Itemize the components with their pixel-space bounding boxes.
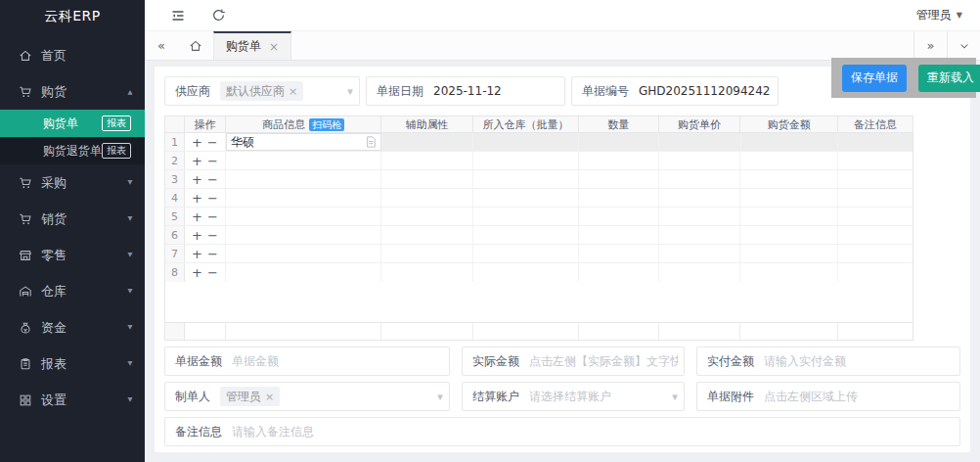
grid-cell[interactable] xyxy=(659,133,741,151)
grid-cell[interactable] xyxy=(473,189,579,207)
grid-cell[interactable] xyxy=(226,226,382,244)
actual-amount-input[interactable] xyxy=(529,354,678,368)
tabs-menu-chevron-icon[interactable] xyxy=(947,31,980,60)
grid-cell[interactable] xyxy=(838,189,913,207)
grid-cell[interactable] xyxy=(740,189,838,207)
grid-cell[interactable] xyxy=(741,133,839,151)
remove-row-button[interactable]: − xyxy=(207,192,218,205)
refresh-icon[interactable] xyxy=(211,8,227,23)
grid-cell[interactable] xyxy=(740,170,838,188)
grid-cell[interactable] xyxy=(226,208,382,225)
grid-cell[interactable] xyxy=(659,245,741,262)
remove-row-button[interactable]: − xyxy=(207,229,218,242)
grid-cell[interactable] xyxy=(381,189,473,207)
sidebar-item-reports[interactable]: 报表 ▼ xyxy=(0,346,145,382)
document-date-field[interactable]: 单据日期 xyxy=(366,76,565,106)
grid-cell[interactable] xyxy=(473,245,579,262)
save-document-button[interactable]: 保存单据 xyxy=(842,65,907,92)
grid-cell[interactable] xyxy=(579,263,659,282)
scan-gun-badge[interactable]: 扫码枪 xyxy=(309,118,344,131)
sidebar-item-purchase-goods[interactable]: 购货 ▲ xyxy=(0,73,145,110)
grid-cell[interactable] xyxy=(473,152,579,169)
creator-select[interactable]: 制单人 管理员 × ▼ xyxy=(164,382,450,411)
add-row-button[interactable]: + xyxy=(192,266,202,279)
add-row-button[interactable]: + xyxy=(192,136,202,149)
settlement-account-select[interactable]: 结算账户 请选择结算账户 ▼ xyxy=(462,382,685,411)
grid-cell[interactable] xyxy=(838,226,913,244)
grid-cell[interactable] xyxy=(838,133,913,151)
grid-cell[interactable] xyxy=(579,245,659,262)
grid-cell[interactable] xyxy=(579,189,659,207)
tag-close-icon[interactable]: × xyxy=(265,391,274,403)
remove-row-button[interactable]: − xyxy=(207,210,218,223)
sidebar-item-purchase-return-order[interactable]: 购货退货单 报表 xyxy=(0,137,145,164)
remove-row-button[interactable]: − xyxy=(207,173,218,186)
tabs-scroll-left-icon[interactable]: « xyxy=(145,31,178,60)
document-amount-field[interactable]: 单据金额 xyxy=(164,346,450,376)
grid-cell[interactable] xyxy=(659,189,741,207)
add-row-button[interactable]: + xyxy=(192,210,202,223)
grid-cell[interactable] xyxy=(226,189,382,207)
add-row-button[interactable]: + xyxy=(192,192,202,205)
grid-cell[interactable] xyxy=(838,245,913,262)
add-row-button[interactable]: + xyxy=(192,248,202,260)
remove-row-button[interactable]: − xyxy=(207,155,218,167)
grid-cell[interactable] xyxy=(226,263,382,282)
tab-close-icon[interactable]: × xyxy=(269,40,279,54)
doc-no-input[interactable] xyxy=(639,84,772,98)
grid-cell[interactable] xyxy=(473,263,579,282)
grid-cell[interactable] xyxy=(381,263,473,282)
remark-field[interactable]: 备注信息 xyxy=(164,417,960,446)
grid-cell[interactable] xyxy=(473,133,579,151)
grid-cell[interactable] xyxy=(838,152,913,169)
sidebar-item-settings[interactable]: 设置 ▼ xyxy=(0,382,145,418)
grid-cell[interactable] xyxy=(226,170,382,188)
sidebar-item-retail[interactable]: 零售 ▼ xyxy=(0,237,145,273)
grid-cell[interactable] xyxy=(740,263,838,282)
grid-cell[interactable] xyxy=(838,263,913,282)
grid-cell[interactable] xyxy=(838,170,913,188)
grid-cell[interactable] xyxy=(381,226,473,244)
grid-cell[interactable] xyxy=(579,152,659,169)
remove-row-button[interactable]: − xyxy=(207,248,218,260)
product-cell[interactable] xyxy=(226,133,382,151)
add-row-button[interactable]: + xyxy=(192,229,202,242)
user-menu[interactable]: 管理员 ▼ xyxy=(916,7,962,23)
remark-input[interactable] xyxy=(232,425,954,439)
tag-close-icon[interactable]: × xyxy=(289,85,297,98)
grid-cell[interactable] xyxy=(659,226,741,244)
amount-input[interactable] xyxy=(232,354,443,368)
grid-cell[interactable] xyxy=(579,208,659,225)
report-badge[interactable]: 报表 xyxy=(102,143,131,159)
grid-cell[interactable] xyxy=(473,208,579,225)
paid-amount-input[interactable] xyxy=(764,354,954,368)
grid-cell[interactable] xyxy=(579,170,659,188)
add-row-button[interactable]: + xyxy=(192,173,202,186)
document-number-field[interactable]: 单据编号 xyxy=(571,76,779,106)
tab-purchase-order[interactable]: 购货单 × xyxy=(213,31,291,60)
tab-home-icon[interactable] xyxy=(178,31,213,60)
supplier-select[interactable]: 供应商 默认供应商 × ▼ xyxy=(164,76,360,106)
grid-cell[interactable] xyxy=(381,170,473,188)
sidebar-item-home[interactable]: 首页 xyxy=(0,37,145,73)
grid-cell[interactable] xyxy=(381,245,473,262)
grid-cell[interactable] xyxy=(382,133,474,151)
grid-cell[interactable] xyxy=(381,152,473,169)
grid-cell[interactable] xyxy=(740,245,838,262)
grid-cell[interactable] xyxy=(740,226,838,244)
sidebar-item-funds[interactable]: 资金 ▼ xyxy=(0,309,145,346)
attachment-field[interactable]: 单据附件 点击左侧区域上传 xyxy=(696,382,960,411)
product-input[interactable] xyxy=(231,135,362,149)
tabs-scroll-right-icon[interactable]: » xyxy=(913,31,947,60)
grid-cell[interactable] xyxy=(226,245,382,262)
product-editor[interactable] xyxy=(226,133,381,151)
grid-cell[interactable] xyxy=(473,170,579,188)
grid-cell[interactable] xyxy=(740,208,838,225)
actual-amount-field[interactable]: 实际金额 xyxy=(462,346,685,376)
grid-cell[interactable] xyxy=(579,133,659,151)
sidebar-collapse-icon[interactable] xyxy=(170,8,186,23)
sidebar-item-sales[interactable]: 销货 ▼ xyxy=(0,201,145,237)
reload-button[interactable]: 重新载入 xyxy=(918,65,980,92)
sidebar-item-procurement[interactable]: 采购 ▼ xyxy=(0,164,145,201)
paid-amount-field[interactable]: 实付金额 xyxy=(696,346,960,376)
